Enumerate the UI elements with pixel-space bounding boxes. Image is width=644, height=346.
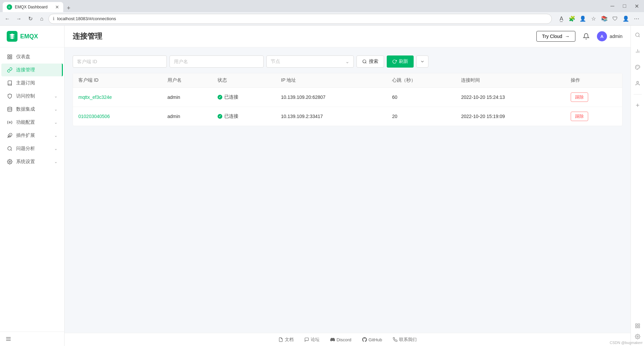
svg-line-15 <box>366 63 367 64</box>
cell-ip: 10.139.109.20:62807 <box>276 88 387 107</box>
client-id-input[interactable] <box>73 55 167 68</box>
sidebar-item-plugins[interactable]: 插件扩展 ⌄ <box>1 129 63 142</box>
browser-minimize-button[interactable]: ─ <box>608 1 617 11</box>
right-sidebar-profile-icon[interactable] <box>632 78 643 89</box>
browser-address-text: localhost:18083/#/connections <box>57 16 547 21</box>
col-connected-at: 连接时间 <box>456 73 565 88</box>
browser-collections-icon[interactable]: 📚 <box>600 14 609 24</box>
browser-close-button[interactable]: ✕ <box>632 1 641 11</box>
browser-favorites-icon[interactable]: ☆ <box>589 14 598 24</box>
refresh-button-label: 刷新 <box>399 59 408 65</box>
right-sidebar-color-icon[interactable] <box>632 62 643 73</box>
svg-rect-30 <box>636 326 637 328</box>
status-label: 已连接 <box>224 94 238 100</box>
sidebar-item-access[interactable]: 访问控制 ⌄ <box>1 90 63 103</box>
sidebar-collapse-button[interactable] <box>5 336 59 342</box>
sidebar-item-data-label: 数据集成 <box>16 106 35 112</box>
browser-tab-close[interactable]: ✕ <box>55 4 59 10</box>
footer-docs-link[interactable]: 文档 <box>278 337 294 343</box>
browser-home-button[interactable]: ⌂ <box>37 14 46 24</box>
app-container: EMQX 仪表盘 连接管理 主题订阅 <box>0 26 644 346</box>
svg-point-25 <box>637 81 638 83</box>
cell-action: 踢除 <box>565 107 622 126</box>
try-cloud-button[interactable]: Try Cloud → <box>536 31 575 42</box>
footer-contact-label: 联系我们 <box>399 337 417 343</box>
browser-menu-icon[interactable]: ⋯ <box>632 14 641 24</box>
col-ip: IP 地址 <box>276 73 387 88</box>
kick-button[interactable]: 踢除 <box>571 112 588 121</box>
sidebar-item-features[interactable]: 功能配置 ⌄ <box>1 116 63 129</box>
status-label: 已连接 <box>224 113 238 119</box>
refresh-icon <box>392 59 397 64</box>
browser-profile-icon[interactable]: 👤 <box>578 14 588 24</box>
browser-new-tab-button[interactable]: + <box>65 4 73 12</box>
right-sidebar-search-icon[interactable] <box>632 30 643 40</box>
forum-icon <box>304 337 309 342</box>
app-footer: 文档 论坛 Discord GitHub 联系我们 <box>65 333 631 346</box>
status-connected-dot <box>218 95 222 100</box>
svg-rect-28 <box>636 324 637 325</box>
cell-status: 已连接 <box>212 107 276 126</box>
sidebar-item-system[interactable]: 系统设置 ⌄ <box>1 155 63 168</box>
search-button[interactable]: 搜索 <box>356 55 384 68</box>
refresh-button[interactable]: 刷新 <box>387 55 414 68</box>
features-icon <box>7 119 13 125</box>
table-header: 客户端 ID 用户名 状态 IP 地址 心跳（秒） 连接时间 操作 <box>73 73 622 88</box>
dashboard-icon <box>7 54 13 60</box>
notification-bell-button[interactable] <box>581 31 592 42</box>
more-options-button[interactable] <box>416 55 428 68</box>
sidebar-item-connections[interactable]: 连接管理 <box>1 64 63 76</box>
page-title: 连接管理 <box>73 31 102 41</box>
browser-back-button[interactable]: ← <box>3 14 12 24</box>
kick-button[interactable]: 踢除 <box>571 92 588 102</box>
footer-github-label: GitHub <box>369 337 382 342</box>
user-info[interactable]: A admin <box>597 31 622 41</box>
browser-translate-icon[interactable]: A̲ <box>557 14 566 24</box>
sidebar-footer <box>0 332 64 346</box>
svg-line-9 <box>11 150 12 151</box>
right-sidebar-add-icon[interactable] <box>632 100 643 111</box>
github-icon <box>362 337 367 342</box>
browser-account-icon[interactable]: 👤 <box>621 14 631 24</box>
cell-username: admin <box>162 88 212 107</box>
sidebar-item-topics[interactable]: 主题订阅 <box>1 77 63 89</box>
status-connected-dot <box>218 114 222 119</box>
cell-connected-at: 2022-10-20 15:24:13 <box>456 88 565 107</box>
footer-discord-link[interactable]: Discord <box>330 337 351 342</box>
right-sidebar-divider <box>634 94 642 94</box>
svg-rect-3 <box>10 57 12 59</box>
sidebar-item-connections-label: 连接管理 <box>16 67 35 73</box>
svg-rect-2 <box>8 57 9 59</box>
sidebar-item-dashboard-label: 仪表盘 <box>16 54 30 60</box>
client-id-link[interactable]: 010203040506 <box>78 114 110 119</box>
username-input[interactable] <box>169 55 264 68</box>
footer-contact-link[interactable]: 联系我们 <box>393 337 417 343</box>
cell-client-id: 010203040506 <box>73 107 162 126</box>
browser-tab-active[interactable]: E EMQX Dashboard ✕ <box>3 2 63 12</box>
svg-line-17 <box>639 36 640 37</box>
header-actions: Try Cloud → A admin <box>536 31 622 42</box>
browser-address-bar[interactable]: ℹ localhost:18083/#/connections <box>48 14 552 24</box>
browser-controls: ← → ↻ ⌂ ℹ localhost:18083/#/connections … <box>0 12 644 26</box>
connections-table: 客户端 ID 用户名 状态 IP 地址 心跳（秒） 连接时间 操作 mqttx_… <box>73 73 622 126</box>
client-id-link[interactable]: mqttx_ef3c324e <box>78 94 112 100</box>
table-row: mqttx_ef3c324e admin 已连接 10.139.109.20:6… <box>73 88 622 107</box>
browser-reload-button[interactable]: ↻ <box>26 14 35 24</box>
cell-action: 踢除 <box>565 88 622 107</box>
svg-point-32 <box>637 336 638 337</box>
browser-maximize-button[interactable]: □ <box>620 1 629 11</box>
sidebar-item-dashboard[interactable]: 仪表盘 <box>1 50 63 63</box>
browser-forward-button[interactable]: → <box>14 14 24 24</box>
node-select[interactable]: 节点 ⌄ <box>266 55 354 68</box>
topics-icon <box>7 80 13 86</box>
sidebar-item-data[interactable]: 数据集成 ⌄ <box>1 103 63 116</box>
footer-github-link[interactable]: GitHub <box>362 337 382 342</box>
browser-extensions-icon[interactable]: 🧩 <box>567 14 577 24</box>
right-sidebar-chart-icon[interactable] <box>632 46 643 56</box>
sidebar-item-analysis[interactable]: 问题分析 ⌄ <box>1 142 63 155</box>
search-bar: 节点 ⌄ 搜索 刷新 <box>73 55 622 68</box>
footer-forum-link[interactable]: 论坛 <box>304 337 319 343</box>
browser-adblock-icon[interactable]: 🛡 <box>610 14 620 24</box>
sidebar-item-topics-label: 主题订阅 <box>16 80 35 86</box>
right-sidebar-grid-icon[interactable] <box>632 320 643 331</box>
